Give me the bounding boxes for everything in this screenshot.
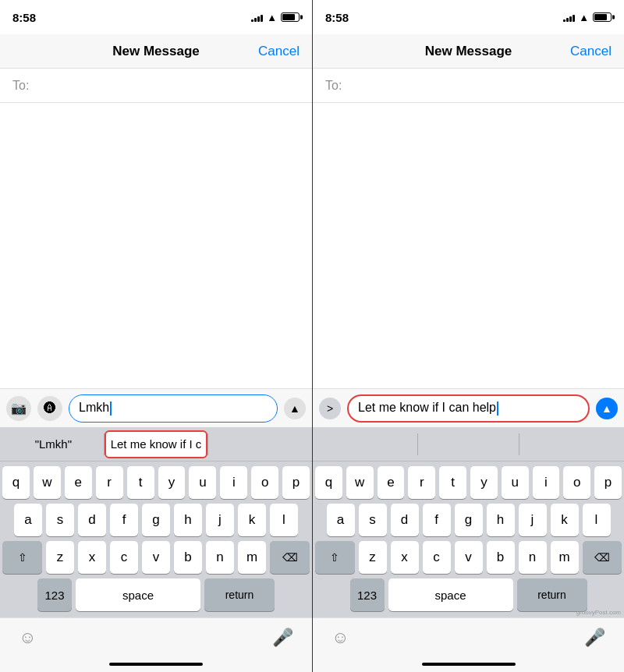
key-t-left[interactable]: t [127, 466, 154, 499]
emoji-button-left[interactable]: ☺ [19, 628, 36, 648]
key-f-left[interactable]: f [110, 504, 138, 536]
key-123-left[interactable]: 123 [37, 578, 72, 611]
key-j-left[interactable]: j [206, 504, 234, 536]
autocomplete-item-2-right[interactable] [418, 430, 519, 458]
watermark: groovyPost.com [576, 609, 621, 616]
key-f-right[interactable]: f [423, 504, 451, 536]
key-d-left[interactable]: d [78, 504, 106, 536]
key-shift-right[interactable]: ⇧ [315, 541, 355, 574]
key-l-right[interactable]: l [583, 504, 611, 536]
input-value-left: Lmkh [79, 401, 109, 414]
key-u-left[interactable]: u [189, 466, 216, 499]
key-o-left[interactable]: o [251, 466, 278, 499]
key-a-right[interactable]: a [327, 504, 355, 536]
key-y-right[interactable]: y [470, 466, 498, 499]
autocomplete-item-1-left[interactable]: "Lmkh" [3, 430, 104, 458]
key-g-left[interactable]: g [142, 504, 170, 536]
key-s-right[interactable]: s [359, 504, 387, 536]
key-h-right[interactable]: h [487, 504, 515, 536]
message-input-right[interactable]: Let me know if I can help [347, 394, 590, 423]
key-m-right[interactable]: m [551, 541, 579, 574]
key-space-left[interactable]: space [76, 578, 200, 611]
signal-bars-left [251, 12, 263, 22]
autocomplete-item-3-right[interactable] [519, 430, 621, 458]
key-b-right[interactable]: b [487, 541, 515, 574]
key-return-left[interactable]: return [204, 578, 275, 611]
key-row-3-right: ⇧ z x c v b n m ⌫ [313, 536, 624, 574]
key-r-left[interactable]: r [96, 466, 123, 499]
send-button-right[interactable]: ▲ [596, 398, 618, 419]
key-v-right[interactable]: v [455, 541, 483, 574]
signal-bars-right [563, 12, 575, 22]
key-i-left[interactable]: i [220, 466, 247, 499]
message-input-left[interactable]: Lmkh [69, 394, 278, 423]
key-q-left[interactable]: q [2, 466, 30, 499]
key-u-right[interactable]: u [502, 466, 529, 499]
to-label-right: To: [325, 79, 342, 93]
to-field-right[interactable]: To: [313, 69, 624, 103]
key-l-left[interactable]: l [270, 504, 298, 536]
key-k-left[interactable]: k [238, 504, 266, 536]
key-k-right[interactable]: k [551, 504, 579, 536]
key-w-left[interactable]: w [34, 466, 61, 499]
key-o-right[interactable]: o [563, 466, 590, 499]
key-b-left[interactable]: b [174, 541, 202, 574]
camera-button-left[interactable]: 📷 [6, 396, 31, 421]
key-i-right[interactable]: i [533, 466, 560, 499]
key-a-left[interactable]: a [14, 504, 42, 536]
key-v-left[interactable]: v [142, 541, 170, 574]
cancel-button-left[interactable]: Cancel [258, 44, 300, 59]
key-j-right[interactable]: j [519, 504, 547, 536]
key-e-right[interactable]: e [378, 466, 405, 499]
key-q-right[interactable]: q [315, 466, 342, 499]
home-indicator-left [0, 656, 312, 672]
key-delete-right[interactable]: ⌫ [583, 541, 622, 574]
home-bar-left [109, 663, 203, 666]
mic-button-right[interactable]: 🎤 [584, 628, 605, 648]
key-p-right[interactable]: p [594, 466, 622, 499]
battery-icon-left [281, 12, 300, 22]
expand-button-right[interactable]: > [319, 398, 341, 419]
key-t-right[interactable]: t [439, 466, 466, 499]
message-area-right [313, 103, 624, 388]
battery-fill-left [282, 14, 295, 20]
key-w-right[interactable]: w [346, 466, 374, 499]
mic-button-left[interactable]: 🎤 [272, 628, 293, 648]
signal-bar-r3 [569, 16, 572, 22]
key-z-right[interactable]: z [359, 541, 387, 574]
autocomplete-item-1-right[interactable] [316, 430, 417, 458]
emoji-button-right[interactable]: ☺ [332, 628, 349, 648]
key-y-left[interactable]: y [158, 466, 186, 499]
key-p-left[interactable]: p [282, 466, 310, 499]
key-s-left[interactable]: s [46, 504, 74, 536]
key-h-left[interactable]: h [174, 504, 202, 536]
key-g-right[interactable]: g [455, 504, 483, 536]
key-n-right[interactable]: n [519, 541, 547, 574]
key-row-3-left: ⇧ z x c v b n m ⌫ [0, 536, 312, 574]
message-input-text-right: Let me know if I can help [358, 401, 579, 416]
key-e-left[interactable]: e [65, 466, 92, 499]
autocomplete-bar-left: "Lmkh" Let me know if I c [0, 427, 312, 462]
key-d-right[interactable]: d [391, 504, 419, 536]
text-cursor-left [110, 401, 112, 416]
key-shift-left[interactable]: ⇧ [2, 541, 42, 574]
appstore-button-left[interactable]: 🅐 [37, 396, 62, 421]
send-button-left[interactable]: ▲ [284, 398, 306, 419]
nav-title-right: New Message [425, 44, 512, 59]
key-c-left[interactable]: c [110, 541, 138, 574]
key-x-left[interactable]: x [78, 541, 106, 574]
message-area-left [0, 103, 312, 388]
key-delete-left[interactable]: ⌫ [270, 541, 310, 574]
key-z-left[interactable]: z [46, 541, 74, 574]
key-r-right[interactable]: r [408, 466, 435, 499]
key-123-right[interactable]: 123 [350, 578, 385, 611]
key-c-right[interactable]: c [423, 541, 451, 574]
key-m-left[interactable]: m [238, 541, 266, 574]
key-x-right[interactable]: x [391, 541, 419, 574]
to-field-left[interactable]: To: [0, 69, 312, 103]
autocomplete-item-2-left[interactable]: Let me know if I c [105, 430, 208, 458]
cancel-button-right[interactable]: Cancel [570, 44, 612, 59]
key-return-right[interactable]: return [517, 578, 587, 611]
key-n-left[interactable]: n [206, 541, 234, 574]
key-space-right[interactable]: space [388, 578, 513, 611]
